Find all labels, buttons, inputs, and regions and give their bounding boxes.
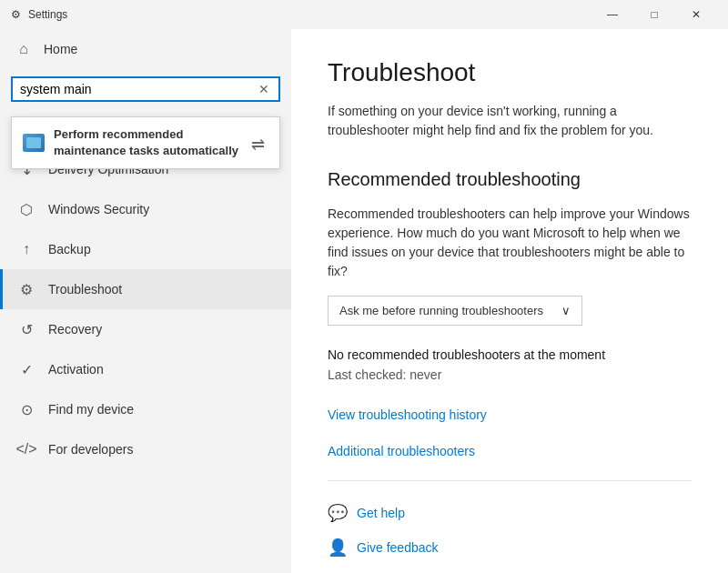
view-history-link[interactable]: View troubleshooting history: [328, 407, 692, 422]
sidebar-item-recovery[interactable]: ↺ Recovery: [0, 309, 291, 349]
section1-desc: Recommended troubleshooters can help imp…: [328, 205, 692, 281]
search-input[interactable]: [20, 82, 257, 96]
sidebar-item-home[interactable]: ⌂ Home: [0, 29, 291, 69]
search-wrapper: ✕: [11, 76, 280, 102]
sidebar-item-label: Find my device: [48, 402, 134, 417]
get-help-icon: 💬: [328, 503, 348, 523]
settings-icon: ⚙: [11, 8, 21, 21]
sidebar-item-activation[interactable]: ✓ Activation: [0, 349, 291, 389]
home-label: Home: [44, 42, 77, 56]
minimize-button[interactable]: —: [592, 0, 633, 29]
troubleshoot-icon: ⚙: [17, 280, 35, 298]
titlebar: ⚙ Settings — □ ✕: [0, 0, 728, 29]
dropdown-label: Ask me before running troubleshooters: [339, 304, 543, 317]
last-checked-text: Last checked: never: [328, 367, 692, 382]
close-button[interactable]: ✕: [675, 0, 717, 29]
section1-title: Recommended troubleshooting: [328, 169, 692, 190]
backup-icon: ↑: [17, 240, 35, 258]
sidebar-item-for-developers[interactable]: </> For developers: [0, 429, 291, 469]
divider: [328, 480, 692, 481]
get-help-item: 💬 Get help: [328, 503, 692, 523]
autocomplete-item[interactable]: Perform recommended maintenance tasks au…: [12, 117, 279, 168]
give-feedback-link[interactable]: Give feedback: [357, 540, 439, 555]
sidebar-item-label: Recovery: [48, 322, 102, 337]
recovery-icon: ↺: [17, 320, 35, 338]
sidebar-item-windows-security[interactable]: ⬡ Windows Security: [0, 189, 291, 229]
get-help-link[interactable]: Get help: [357, 506, 405, 520]
sidebar-item-find-my-device[interactable]: ⊙ Find my device: [0, 389, 291, 429]
give-feedback-item: 👤 Give feedback: [328, 538, 692, 558]
activation-icon: ✓: [17, 360, 35, 378]
app-body: ⌂ Home ✕ Perform recommended maintenance…: [0, 29, 728, 573]
titlebar-controls: — □ ✕: [592, 0, 717, 29]
sidebar-item-label: Backup: [48, 242, 91, 256]
titlebar-left: ⚙ Settings: [11, 8, 67, 21]
titlebar-title: Settings: [28, 8, 67, 21]
sidebar-item-label: Activation: [48, 362, 104, 377]
no-troubleshooters-text: No recommended troubleshooters at the mo…: [328, 347, 692, 362]
sidebar-item-troubleshoot[interactable]: ⚙ Troubleshoot: [0, 269, 291, 309]
developers-icon: </>: [17, 440, 35, 458]
sidebar-item-label: For developers: [48, 442, 133, 457]
autocomplete-item-label: Perform recommended maintenance tasks au…: [54, 126, 242, 159]
maximize-button[interactable]: □: [633, 0, 675, 29]
sidebar-item-label: Troubleshoot: [48, 282, 122, 297]
search-container: ✕ Perform recommended maintenance tasks …: [0, 69, 291, 109]
autocomplete-dropdown: Perform recommended maintenance tasks au…: [11, 116, 280, 169]
troubleshoot-dropdown[interactable]: Ask me before running troubleshooters ∨: [328, 296, 582, 326]
sidebar-item-label: Windows Security: [48, 202, 149, 216]
autocomplete-item-icon: [23, 134, 45, 152]
page-title: Troubleshoot: [328, 58, 692, 87]
search-clear-button[interactable]: ✕: [257, 82, 271, 96]
find-device-icon: ⊙: [17, 400, 35, 418]
chevron-down-icon: ∨: [561, 304, 571, 317]
sidebar-item-backup[interactable]: ↑ Backup: [0, 229, 291, 269]
main-content: Troubleshoot If something on your device…: [291, 29, 728, 573]
give-feedback-icon: 👤: [328, 538, 348, 558]
sidebar: ⌂ Home ✕ Perform recommended maintenance…: [0, 29, 291, 573]
home-icon: ⌂: [15, 40, 33, 58]
security-icon: ⬡: [17, 200, 35, 218]
autocomplete-arrow-icon: ⇌: [251, 135, 268, 155]
additional-troubleshooters-link[interactable]: Additional troubleshooters: [328, 444, 692, 458]
intro-text: If something on your device isn't workin…: [328, 102, 692, 140]
sidebar-nav: ↻ Windows Update ↧ Delivery Optimisation…: [0, 109, 291, 573]
